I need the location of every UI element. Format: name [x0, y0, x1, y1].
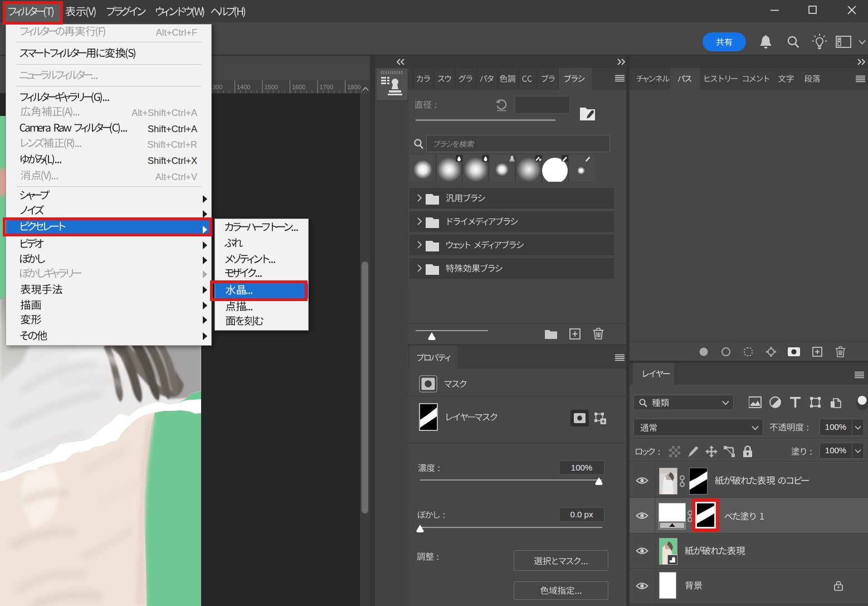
svg-text:1600: 1600 — [292, 84, 305, 90]
svg-text:1500: 1500 — [265, 84, 278, 90]
svg-text:1400: 1400 — [237, 84, 250, 90]
svg-text:300: 300 — [212, 84, 222, 90]
svg-text:1800: 1800 — [347, 84, 360, 90]
svg-text:1700: 1700 — [320, 84, 333, 90]
